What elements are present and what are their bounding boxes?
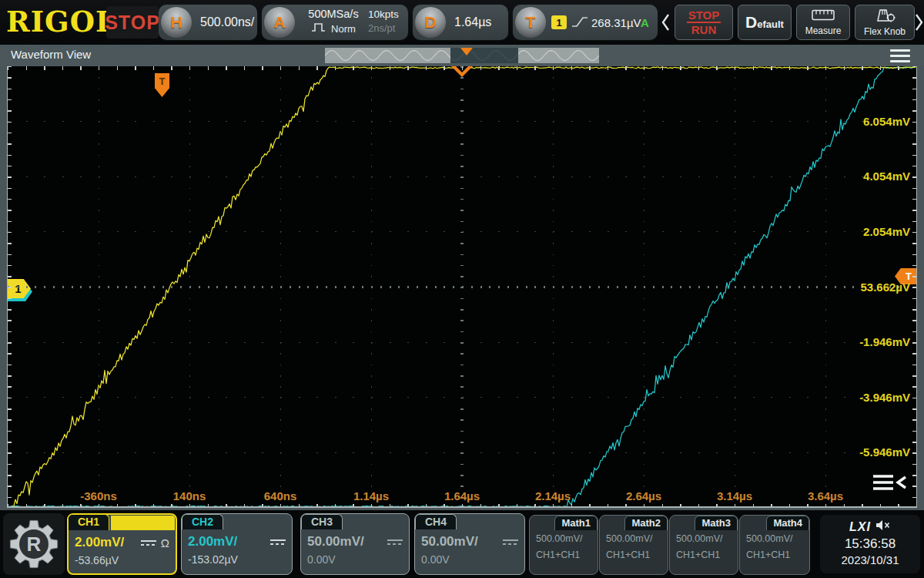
rigol-logo: RIGOL bbox=[6, 5, 116, 39]
acquisition-status: STOP bbox=[106, 6, 159, 39]
dc-coupling-icon bbox=[503, 539, 518, 545]
volt-axis-label: -3.946mV bbox=[859, 391, 910, 404]
time-axis-label: 1.64µs bbox=[444, 489, 480, 502]
default-button[interactable]: Default bbox=[738, 5, 792, 40]
nav-left-chevron[interactable] bbox=[661, 12, 670, 32]
delay-knob[interactable]: D bbox=[415, 7, 446, 38]
sample-rate: 500MSa/s bbox=[300, 8, 367, 20]
view-title: Waveform View bbox=[11, 48, 91, 61]
math-card-math2[interactable]: Math2 500.00mV/ CH1+CH1 bbox=[599, 515, 668, 575]
delay-value: 1.64µs bbox=[454, 5, 491, 40]
math-card-math4[interactable]: Math4 500.00mV/ CH1+CH1 bbox=[739, 515, 810, 575]
ch4-scale: 50.00mV/ bbox=[421, 534, 478, 549]
system-status-card[interactable]: LXI 15:36:58 2023/10/31 bbox=[820, 515, 920, 573]
measure-button[interactable]: Measure bbox=[796, 5, 850, 40]
waveform-view-bar: Waveform View bbox=[0, 45, 924, 66]
volt-axis-label: 4.054mV bbox=[863, 170, 910, 183]
flex-knob-button[interactable]: Flex Knob bbox=[855, 5, 915, 40]
display-stage: T T 1 -360ns140ns640ns1.14µs1.64µs2.14µs… bbox=[0, 66, 924, 510]
time-axis-label: 1.14µs bbox=[353, 489, 389, 502]
top-bar: RIGOL STOP H 500.00ns/ A 500MSa/s Norm 1… bbox=[0, 0, 924, 45]
ch1-active-fill bbox=[111, 516, 175, 530]
volt-axis-label: 53.662µV bbox=[860, 281, 910, 294]
channel-card-ch4[interactable]: CH4 50.00mV/ 0.00V bbox=[414, 513, 525, 575]
ch3-scale: 50.00mV/ bbox=[307, 534, 364, 549]
acquire-group[interactable]: A 500MSa/s Norm 10kpts 2ns/pt bbox=[262, 5, 408, 40]
dc-coupling-icon bbox=[141, 540, 156, 546]
flex-knob-label: Flex Knob bbox=[864, 26, 906, 37]
lxi-label: LXI bbox=[849, 520, 871, 534]
gridline bbox=[8, 286, 916, 288]
knob-icon bbox=[873, 8, 896, 25]
trigger-source-badge: 1 bbox=[551, 15, 567, 29]
trigger-level-value: 268.31µV bbox=[591, 5, 641, 40]
time-axis-label: 2.14µs bbox=[535, 489, 571, 502]
volt-axis-label: 6.054mV bbox=[863, 115, 910, 128]
time-axis-label: 640ns bbox=[264, 489, 297, 502]
time-axis-label: 3.64µs bbox=[808, 489, 843, 502]
time-axis-label: 3.14µs bbox=[717, 489, 752, 502]
time-axis-label: 140ns bbox=[173, 489, 206, 502]
gridline bbox=[8, 66, 916, 70]
overview-trigger-marker[interactable] bbox=[460, 48, 473, 55]
rising-edge-icon bbox=[571, 15, 588, 32]
math-card-math3[interactable]: Math3 500.00mV/ CH1+CH1 bbox=[669, 515, 738, 575]
math3-scale: 500.00mV/ bbox=[676, 533, 732, 544]
system-time: 15:36:58 bbox=[820, 536, 920, 552]
dc-coupling-icon bbox=[387, 539, 403, 545]
waveform-grid[interactable]: T T 1 -360ns140ns640ns1.14µs1.64µs2.14µs… bbox=[7, 66, 917, 508]
system-date: 2023/10/31 bbox=[820, 553, 920, 566]
record-overview-strip[interactable] bbox=[325, 48, 599, 63]
ch1-tab[interactable]: CH1 bbox=[68, 514, 109, 530]
ch2-tab[interactable]: CH2 bbox=[182, 514, 223, 529]
trigger-group[interactable]: T 1 268.31µV A bbox=[513, 5, 658, 40]
math1-tab[interactable]: Math1 bbox=[554, 516, 598, 530]
volt-axis-label: -1.946mV bbox=[859, 335, 910, 348]
math1-expr: CH1+CH1 bbox=[536, 549, 591, 560]
speaker-muted-icon bbox=[875, 519, 891, 534]
math2-scale: 500.00mV/ bbox=[606, 533, 661, 544]
gridline bbox=[8, 66, 12, 508]
acquire-knob[interactable]: A bbox=[264, 7, 295, 38]
ch1-offset: -53.66µV bbox=[75, 554, 169, 566]
math4-tab[interactable]: Math4 bbox=[766, 516, 809, 530]
ch3-offset: 0.00V bbox=[307, 553, 403, 566]
volt-axis-label: -5.946mV bbox=[859, 445, 910, 459]
math3-tab[interactable]: Math3 bbox=[695, 516, 738, 530]
ch1-scale: 2.00mV/ bbox=[75, 535, 124, 550]
channel-card-ch1[interactable]: CH1 2.00mV/ Ω -53.66µV bbox=[67, 513, 177, 575]
stop-run-button[interactable]: STOP RUN bbox=[675, 5, 733, 40]
nav-right-chevron[interactable] bbox=[915, 12, 924, 32]
ch4-tab[interactable]: CH4 bbox=[415, 514, 457, 529]
stop-label: STOP bbox=[687, 8, 721, 23]
gridline bbox=[912, 66, 916, 508]
channel-card-ch2[interactable]: CH2 2.00mV/ -153.02µV bbox=[181, 513, 293, 575]
gridline bbox=[8, 504, 916, 508]
run-label: RUN bbox=[691, 23, 717, 36]
impedance-label: Ω bbox=[161, 536, 169, 549]
delay-group[interactable]: D 1.64µs bbox=[413, 5, 508, 40]
bottom-bar: R CH1 2.00mV/ Ω -53.66µV CH2 bbox=[0, 510, 924, 578]
horizontal-scale-value: 500.00ns/ bbox=[200, 5, 254, 40]
time-axis-label: -360ns bbox=[80, 489, 117, 502]
ch3-tab[interactable]: CH3 bbox=[301, 514, 343, 529]
rigol-gear-logo[interactable]: R bbox=[3, 513, 65, 575]
ch2-scale: 2.00mV/ bbox=[188, 534, 237, 549]
math1-scale: 500.00mV/ bbox=[536, 533, 591, 544]
grid-menu-icon[interactable] bbox=[872, 472, 909, 494]
viewbar-menu-icon[interactable] bbox=[890, 49, 910, 66]
math4-scale: 500.00mV/ bbox=[746, 533, 803, 544]
horizontal-scale-group[interactable]: H 500.00ns/ bbox=[159, 5, 257, 40]
horizontal-knob[interactable]: H bbox=[161, 7, 192, 38]
math-card-math1[interactable]: Math1 500.00mV/ CH1+CH1 bbox=[529, 515, 598, 575]
trigger-knob[interactable]: T bbox=[515, 7, 546, 38]
gear-r-letter: R bbox=[27, 533, 42, 556]
sample-resolution: 2ns/pt bbox=[368, 22, 399, 34]
ruler-icon bbox=[812, 9, 835, 23]
measure-label: Measure bbox=[805, 25, 842, 36]
math2-tab[interactable]: Math2 bbox=[624, 516, 668, 530]
volt-axis-label: 2.054mV bbox=[863, 225, 910, 238]
channel-card-ch3[interactable]: CH3 50.00mV/ 0.00V bbox=[300, 513, 410, 575]
acquire-mode: Norm bbox=[331, 23, 356, 35]
ch2-offset: -153.02µV bbox=[188, 553, 286, 566]
